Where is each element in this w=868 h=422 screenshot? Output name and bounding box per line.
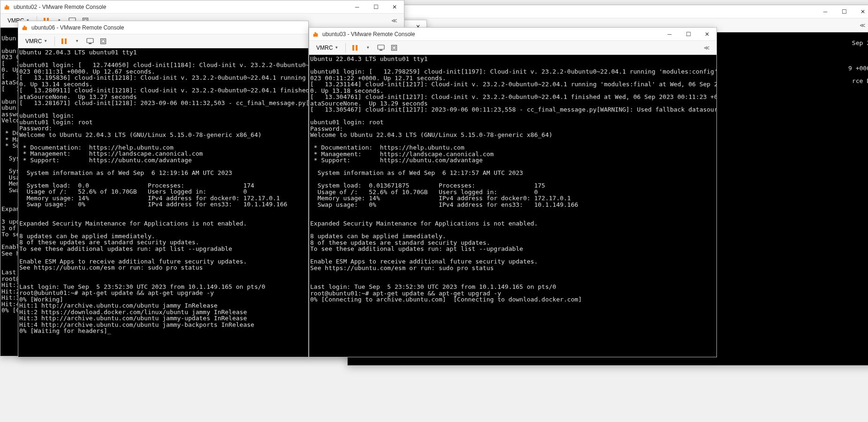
window-ubuntu03: ubuntu03 - VMware Remote Console ─ ☐ ✕ V…	[309, 27, 717, 357]
svg-rect-5	[89, 43, 91, 44]
chevron-down-icon: ▼	[335, 45, 338, 50]
terminal-ubuntu03[interactable]: Ubuntu 22.04.3 LTS ubuntu01 tty1 ubuntu0…	[309, 55, 716, 357]
bg-date: Sep 2	[852, 39, 868, 46]
vmware-icon	[3, 3, 11, 11]
vmware-icon	[312, 30, 320, 38]
vmrc-menu-button[interactable]: VMRC ▼	[312, 43, 343, 53]
pause-button[interactable]	[349, 42, 361, 53]
vmrc-label: VMRC	[316, 45, 333, 51]
vmware-icon	[21, 24, 29, 31]
titlebar-ubuntu06[interactable]: ubuntu06 - VMware Remote Console	[18, 21, 308, 34]
fullscreen-icon[interactable]	[388, 42, 400, 53]
bg-title: onsole	[361, 8, 816, 15]
power-dropdown-icon[interactable]: ▼	[71, 36, 83, 47]
window-title: ubuntu02 - VMware Remote Console	[14, 4, 348, 10]
svg-rect-9	[380, 50, 382, 51]
send-cad-icon[interactable]	[84, 36, 96, 47]
close-button[interactable]: ✕	[698, 28, 716, 41]
vmrc-label: VMRC	[25, 38, 42, 45]
svg-rect-8	[378, 45, 384, 49]
maximize-button[interactable]: ☐	[366, 0, 385, 14]
close-button[interactable]: ✕	[853, 5, 868, 18]
send-cad-icon[interactable]	[375, 42, 387, 53]
minimize-button[interactable]: ─	[348, 0, 366, 14]
overflow-icon[interactable]: ≪	[388, 17, 401, 24]
fullscreen-icon[interactable]	[97, 36, 109, 47]
window-ubuntu06: ubuntu06 - VMware Remote Console VMRC ▼ …	[18, 21, 309, 357]
pause-button[interactable]	[58, 36, 70, 47]
window-title: ubuntu03 - VMware Remote Console	[322, 31, 660, 38]
maximize-button[interactable]: ☐	[679, 28, 698, 41]
titlebar-ubuntu02[interactable]: ubuntu02 - VMware Remote Console ─ ☐ ✕	[0, 0, 404, 14]
svg-rect-4	[87, 38, 93, 43]
svg-rect-6	[101, 38, 106, 44]
vmrc-menu-button[interactable]: VMRC ▼	[21, 36, 52, 46]
svg-rect-11	[393, 46, 396, 49]
minimize-button[interactable]: ─	[660, 28, 679, 41]
titlebar-ubuntu03[interactable]: ubuntu03 - VMware Remote Console ─ ☐ ✕	[309, 28, 716, 41]
power-dropdown-icon[interactable]: ▼	[362, 42, 374, 53]
bg-titlebar[interactable]: onsole ─ ☐ ✕	[348, 5, 868, 18]
separator	[54, 37, 55, 46]
minimize-button[interactable]: ─	[816, 5, 835, 18]
terminal-ubuntu06[interactable]: Ubuntu 22.04.3 LTS ubuntu01 tty1 ubuntu0…	[18, 48, 308, 357]
svg-rect-7	[102, 40, 105, 43]
maximize-button[interactable]: ☐	[835, 5, 853, 18]
svg-rect-10	[392, 45, 397, 50]
toolbar-ubuntu06: VMRC ▼ ▼	[18, 34, 308, 48]
overflow-icon[interactable]: ≪	[700, 45, 714, 51]
toolbar-ubuntu03: VMRC ▼ ▼ ≪	[309, 41, 716, 55]
overflow-icon[interactable]: ≪	[856, 22, 868, 29]
close-button[interactable]: ✕	[385, 0, 404, 14]
chevron-down-icon: ▼	[44, 39, 47, 43]
window-title: ubuntu06 - VMware Remote Console	[31, 24, 308, 31]
separator	[345, 43, 346, 53]
